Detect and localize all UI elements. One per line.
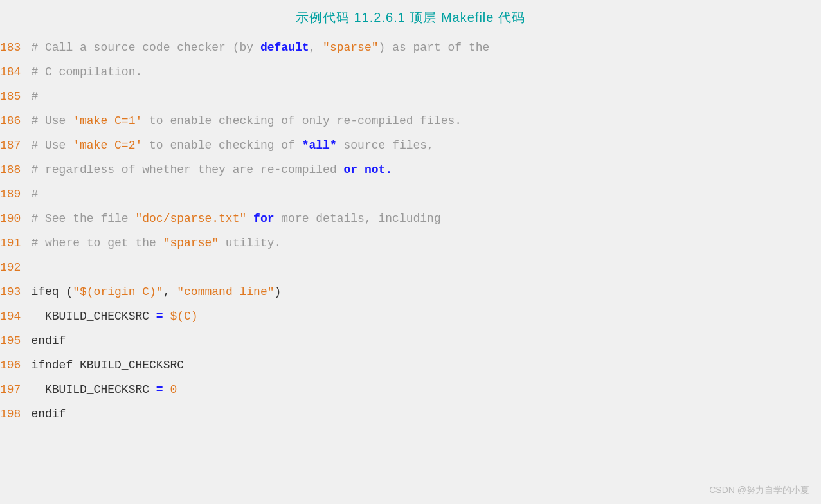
line-number: 196 [0, 353, 31, 377]
table-row: 186 # Use 'make C=1' to enable checking … [0, 109, 821, 133]
line-content: # Use 'make C=1' to enable checking of o… [31, 109, 821, 133]
line-number: 186 [0, 109, 31, 133]
line-content: # [31, 182, 821, 206]
watermark: CSDN @努力自学的小夏 [709, 485, 809, 496]
table-row: 184 # C compilation. [0, 60, 821, 84]
main-container: 示例代码 11.2.6.1 顶层 Makefile 代码 183 # Call … [0, 0, 821, 504]
table-row: 197 KBUILD_CHECKSRC = 0 [0, 377, 821, 402]
table-row: 193 ifeq ("$(origin C)", "command line") [0, 280, 821, 304]
table-row: 196 ifndef KBUILD_CHECKSRC [0, 353, 821, 377]
line-number: 187 [0, 133, 31, 158]
line-number: 183 [0, 35, 31, 60]
line-number: 195 [0, 328, 31, 353]
table-row: 183 # Call a source code checker (by def… [0, 35, 821, 60]
table-row: 190 # See the file "doc/sparse.txt" for … [0, 206, 821, 231]
line-number: 197 [0, 377, 31, 402]
line-content: # regardless of whether they are re-comp… [31, 158, 821, 182]
line-content: ifeq ("$(origin C)", "command line") [31, 280, 821, 304]
line-content: # See the file "doc/sparse.txt" for more… [31, 206, 821, 231]
table-row: 191 # where to get the "sparse" utility. [0, 231, 821, 255]
line-content: # [31, 84, 821, 109]
table-row: 187 # Use 'make C=2' to enable checking … [0, 133, 821, 158]
line-number: 188 [0, 158, 31, 182]
line-number: 192 [0, 255, 31, 280]
line-number: 198 [0, 402, 31, 426]
line-number: 184 [0, 60, 31, 84]
line-content: # C compilation. [31, 60, 821, 84]
table-row: 185 # [0, 84, 821, 109]
line-content: # where to get the "sparse" utility. [31, 231, 821, 255]
line-content [31, 255, 821, 280]
table-row: 189 # [0, 182, 821, 206]
line-content: KBUILD_CHECKSRC = $(C) [31, 304, 821, 328]
line-number: 190 [0, 206, 31, 231]
line-number: 185 [0, 84, 31, 109]
table-row: 192 [0, 255, 821, 280]
line-number: 189 [0, 182, 31, 206]
line-number: 194 [0, 304, 31, 328]
line-content: KBUILD_CHECKSRC = 0 [31, 377, 821, 402]
table-row: 198 endif [0, 402, 821, 426]
code-block: 183 # Call a source code checker (by def… [0, 33, 821, 429]
table-row: 188 # regardless of whether they are re-… [0, 158, 821, 182]
line-number: 193 [0, 280, 31, 304]
line-content: # Call a source code checker (by default… [31, 35, 821, 60]
table-row: 195 endif [0, 328, 821, 353]
page-title: 示例代码 11.2.6.1 顶层 Makefile 代码 [0, 0, 821, 33]
table-row: 194 KBUILD_CHECKSRC = $(C) [0, 304, 821, 328]
line-number: 191 [0, 231, 31, 255]
line-content: ifndef KBUILD_CHECKSRC [31, 353, 821, 377]
line-content: endif [31, 328, 821, 353]
line-content: endif [31, 402, 821, 426]
line-content: # Use 'make C=2' to enable checking of *… [31, 133, 821, 158]
